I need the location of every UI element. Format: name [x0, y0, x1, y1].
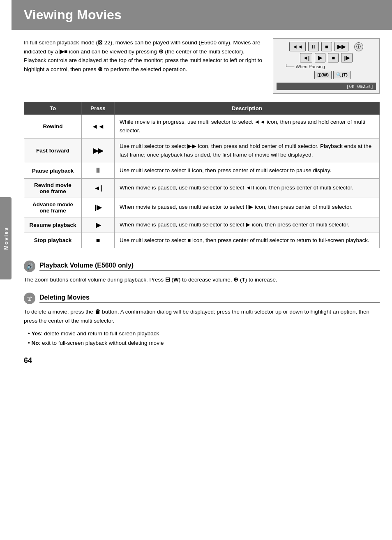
- deleting-movies-body: To delete a movie, press the 🗑 button. A…: [24, 307, 380, 325]
- table-header-to: To: [24, 102, 82, 115]
- list-item: No: exit to full-screen playback without…: [28, 339, 380, 348]
- table-row: Stop playback■Use multi selector to sele…: [24, 233, 380, 248]
- cam-circle-btn: ⓘ: [354, 42, 363, 51]
- deleting-movies-icon: 🗑: [24, 293, 35, 304]
- side-tab-label: Movies: [3, 227, 9, 250]
- camera-ui-diagram: ◄◄ II ■ ▶▶ ⓘ ◄| ▶ ■ |▶ └── When Pausing …: [273, 38, 380, 94]
- cam-rw-frame-btn: ◄|: [300, 53, 313, 62]
- table-row: Fast forward▶▶Use multi selector to sele…: [24, 138, 380, 163]
- page-header: Viewing Movies: [12, 0, 392, 30]
- table-row: Resume playback▶When movie is paused, us…: [24, 217, 380, 233]
- cam-vol-up: 🔍(T): [333, 71, 350, 79]
- table-cell-press: ◄◄: [82, 115, 115, 139]
- table-cell-press: ▶▶: [82, 138, 115, 163]
- time-display: [0h 0m25s]: [346, 84, 374, 89]
- table-cell-to: Rewind movie one frame: [24, 178, 82, 198]
- table-cell-to: Pause playback: [24, 163, 82, 178]
- playback-volume-icon: 🔊: [24, 261, 35, 272]
- list-item: Yes: delete movie and return to full-scr…: [28, 329, 380, 339]
- main-content: In full-screen playback mode (⊠ 22), mov…: [12, 30, 392, 381]
- table-row: Pause playbackIIUse multi selector to se…: [24, 163, 380, 178]
- page-number: 64: [24, 356, 380, 373]
- deleting-movies-heading: 🗑 Deleting Movies: [24, 293, 380, 304]
- table-row: Advance movie one frame|▶When movie is p…: [24, 198, 380, 217]
- controls-table: To Press Description Rewind◄◄While movie…: [24, 102, 380, 248]
- pausing-icons-row: ◫(W) 🔍(T): [302, 71, 350, 79]
- table-cell-press: |▶: [82, 198, 115, 217]
- table-cell-desc: Use multi selector to select II icon, th…: [115, 163, 380, 178]
- table-cell-to: Rewind: [24, 115, 82, 139]
- cam-row-mid: ◄| ▶ ■ |▶: [300, 53, 353, 62]
- table-header-press: Press: [82, 102, 115, 115]
- cam-fwd-frame-btn: |▶: [341, 53, 353, 62]
- cam-row-top: ◄◄ II ■ ▶▶ ⓘ: [289, 42, 363, 51]
- table-cell-press: ■: [82, 233, 115, 248]
- table-cell-desc: When movie is paused, use multi selector…: [115, 198, 380, 217]
- cam-vol-down: ◫(W): [314, 71, 332, 79]
- table-cell-to: Fast forward: [24, 138, 82, 163]
- cam-stop2-btn: ■: [328, 53, 339, 62]
- deleting-movies-title: Deleting Movies: [39, 294, 380, 303]
- playback-volume-heading: 🔊 Playback Volume (E5600 only): [24, 261, 380, 272]
- table-cell-to: Stop playback: [24, 233, 82, 248]
- page-title: Viewing Movies: [24, 7, 380, 23]
- when-pausing-label: └── When Pausing: [277, 64, 376, 69]
- table-cell-desc: When movie is paused, use multi selector…: [115, 217, 380, 233]
- table-cell-press: ◄|: [82, 178, 115, 198]
- intro-text: In full-screen playback mode (⊠ 22), mov…: [24, 38, 265, 94]
- camera-bottom-bar: [0h 0m25s]: [277, 83, 376, 90]
- table-row: Rewind◄◄While movie is in progress, use …: [24, 115, 380, 139]
- table-header-description: Description: [115, 102, 380, 115]
- cam-ff-btn: ▶▶: [334, 42, 348, 51]
- table-row: Rewind movie one frame◄|When movie is pa…: [24, 178, 380, 198]
- table-cell-press: ▶: [82, 217, 115, 233]
- table-cell-desc: Use multi selector to select ▶▶ icon, th…: [115, 138, 380, 163]
- cam-play-btn: ▶: [315, 53, 325, 62]
- deleting-movies-bullets: Yes: delete movie and return to full-scr…: [24, 329, 380, 348]
- cam-pause-btn: II: [308, 42, 319, 51]
- side-tab: Movies: [0, 197, 12, 279]
- table-cell-press: II: [82, 163, 115, 178]
- table-cell-desc: When movie is paused, use multi selector…: [115, 178, 380, 198]
- intro-paragraph: In full-screen playback mode (⊠ 22), mov…: [24, 38, 265, 74]
- table-cell-to: Advance movie one frame: [24, 198, 82, 217]
- table-cell-desc: Use multi selector to select ■ icon, the…: [115, 233, 380, 248]
- playback-volume-body: The zoom buttons control volume during p…: [24, 275, 380, 284]
- table-cell-desc: While movie is in progress, use multi se…: [115, 115, 380, 139]
- playback-volume-title: Playback Volume (E5600 only): [39, 262, 380, 271]
- table-cell-to: Resume playback: [24, 217, 82, 233]
- intro-section: In full-screen playback mode (⊠ 22), mov…: [24, 38, 380, 94]
- cam-rewind-btn: ◄◄: [289, 42, 306, 51]
- cam-stop-btn: ■: [321, 42, 332, 51]
- trash-icon: 🗑: [27, 295, 32, 302]
- speaker-icon: 🔊: [26, 263, 33, 270]
